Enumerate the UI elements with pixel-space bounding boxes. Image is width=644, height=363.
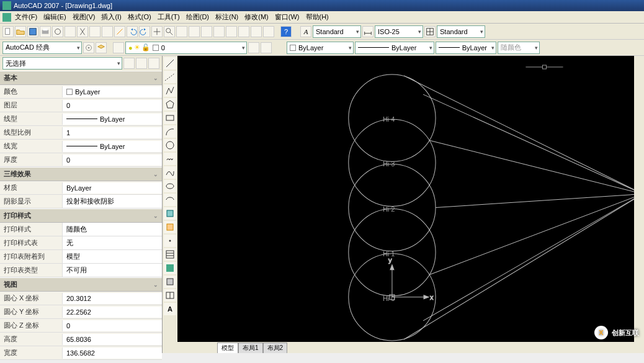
prop-row[interactable]: 高度65.8036 [0,333,162,346]
menu-draw[interactable]: 绘图(D) [186,12,209,22]
section-view[interactable]: 视图⌄ [0,277,162,292]
prop-value[interactable]: 0 [62,100,162,111]
layer-states-icon[interactable] [261,42,272,53]
menu-view[interactable]: 视图(V) [73,12,96,22]
table-style-combo[interactable]: Standard [437,25,485,38]
open-icon[interactable] [15,26,26,37]
redo-icon[interactable] [139,26,150,37]
workspace-settings-icon[interactable] [83,42,94,53]
section-plot[interactable]: 打印样式⌄ [0,208,162,223]
prop-row[interactable]: 打印样式随颜色 [0,223,162,236]
tab-layout2[interactable]: 布局2 [263,343,288,353]
undo-icon[interactable] [127,26,138,37]
prop-value[interactable]: 0 [62,155,162,166]
plotstyle-combo[interactable]: 随颜色 [498,42,540,54]
prop-row[interactable]: 圆心 Y 坐标22.2562 [0,305,162,319]
prop-row[interactable]: 圆心 X 坐标20.3012 [0,292,162,305]
mtext-icon[interactable]: A [164,303,176,315]
prop-row[interactable]: 线宽ByLayer [0,140,162,153]
menu-window[interactable]: 窗口(W) [275,12,300,22]
polyline-icon[interactable] [164,84,176,97]
zoom-realtime-icon[interactable] [164,26,175,37]
spline-icon[interactable] [164,166,176,179]
prop-value[interactable]: ByLayer [62,86,162,97]
tool-palettes-icon[interactable] [226,26,237,37]
save-icon[interactable] [27,26,38,37]
menu-help[interactable]: 帮助(H) [306,12,329,22]
tab-layout1[interactable]: 布局1 [238,343,263,353]
point-icon[interactable] [164,235,176,247]
prop-row[interactable]: 材质ByLayer [0,181,162,195]
prop-row[interactable]: 圆心 Z 坐标0 [0,319,162,333]
gradient-icon[interactable] [164,262,176,274]
construction-line-icon[interactable] [164,71,176,83]
layer-combo[interactable]: ● ☀ 🔓 0 [125,42,247,54]
help-icon[interactable]: ? [280,26,292,37]
prop-row[interactable]: 图层0 [0,99,162,112]
prop-value[interactable]: 不可用 [62,264,162,277]
menu-edit[interactable]: 编辑(E) [43,12,66,22]
prop-value[interactable]: ByLayer [62,182,162,194]
menu-tools[interactable]: 工具(T) [158,12,180,22]
prop-value[interactable]: 无 [62,236,162,249]
layer-previous-icon[interactable] [248,42,259,53]
region-icon[interactable] [164,276,176,288]
prop-value[interactable]: 20.3012 [62,293,162,304]
selection-combo[interactable]: 无选择 [2,57,122,69]
prop-value[interactable]: 0 [62,320,162,331]
prop-value[interactable]: 投射和接收阴影 [62,195,162,208]
prop-value[interactable]: 1 [62,127,162,138]
menu-modify[interactable]: 修改(M) [244,12,269,22]
prop-value[interactable]: 22.2562 [62,307,162,318]
toggle-pickadd-icon[interactable] [123,58,135,69]
color-combo[interactable]: ByLayer [287,42,354,54]
section-basic[interactable]: 基本⌄ [0,71,162,85]
match-prop-icon[interactable] [114,26,125,37]
table-icon[interactable] [164,289,176,302]
tab-model[interactable]: 模型 [217,343,238,353]
zoom-previous-icon[interactable] [189,26,200,37]
ellipse-arc-icon[interactable] [164,194,176,206]
copy-icon[interactable] [89,26,101,37]
markup-icon[interactable] [251,26,262,37]
cut-icon[interactable] [77,26,88,37]
drawing-area[interactable]: Hi 4 Hi 3 Hi 2 Hi 1 Hi 0 x y [177,56,644,353]
ellipse-icon[interactable] [164,180,176,192]
menu-dimension[interactable]: 标注(N) [215,12,238,22]
menu-file[interactable]: 文件(F) [15,12,37,22]
table-style-icon[interactable] [424,26,436,37]
text-style-combo[interactable]: Standard [313,25,361,38]
prop-row[interactable]: 厚度0 [0,153,162,167]
prop-value[interactable]: 65.8036 [62,334,162,345]
hatch-icon[interactable] [164,248,176,261]
insert-block-icon[interactable] [164,207,176,220]
layer-filter-icon[interactable] [113,42,124,53]
print-icon[interactable] [40,26,51,37]
scrollbar-vertical[interactable] [634,56,644,342]
zoom-window-icon[interactable] [176,26,187,37]
prop-row[interactable]: 宽度136.5682 [0,346,162,360]
rectangle-icon[interactable] [164,112,176,124]
line-icon[interactable] [164,57,176,69]
revision-cloud-icon[interactable] [164,153,176,165]
prop-row[interactable]: 打印表类型不可用 [0,264,162,277]
properties-icon[interactable] [201,26,212,37]
prop-row[interactable]: 打印样式表无 [0,236,162,250]
paste-icon[interactable] [102,26,113,37]
workspace-combo[interactable]: AutoCAD 经典 [2,42,82,54]
menu-format[interactable]: 格式(O) [128,12,151,22]
make-block-icon[interactable] [164,221,176,233]
plot-preview-icon[interactable] [52,26,63,37]
sheet-set-icon[interactable] [238,26,249,37]
prop-row[interactable]: 线型ByLayer [0,112,162,126]
dim-style-combo[interactable]: ISO-25 [375,25,423,38]
prop-row[interactable]: 线型比例1 [0,126,162,140]
prop-value[interactable]: 随颜色 [62,223,162,236]
select-objects-icon[interactable] [136,58,147,69]
text-style-icon[interactable]: A [300,26,311,37]
prop-row[interactable]: 阴影显示投射和接收阴影 [0,195,162,208]
linetype-combo[interactable]: ByLayer [355,42,434,54]
section-3d[interactable]: 三维效果⌄ [0,167,162,181]
layer-properties-icon[interactable] [96,42,107,53]
circle-icon[interactable] [164,139,176,151]
